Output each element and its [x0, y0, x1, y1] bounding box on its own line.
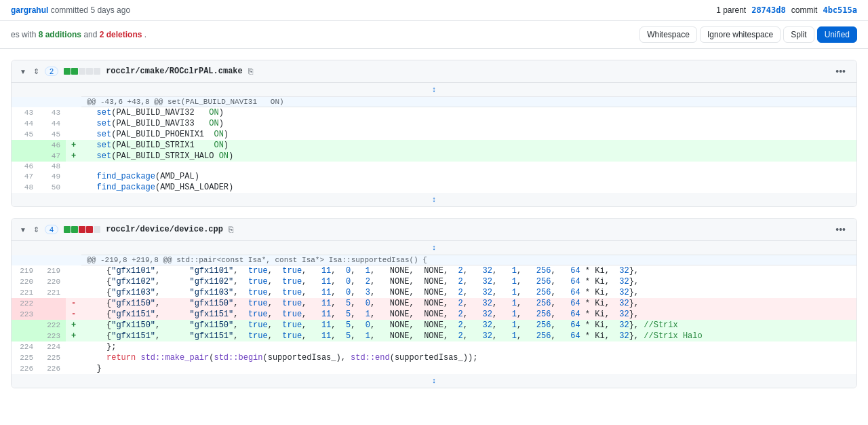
file-options-button-2[interactable]: •••: [833, 224, 848, 235]
expand-arrows-icon-2[interactable]: ⇕: [33, 225, 39, 234]
new-line-num: 49: [39, 171, 66, 182]
table-row: 223 - {"gfx1151", "gfx1151", true, true,…: [12, 309, 856, 320]
new-line-num: 222: [39, 320, 66, 331]
line-content: [81, 162, 856, 171]
new-line-num: 45: [39, 129, 66, 140]
expand-icon-top-2[interactable]: ↕: [12, 241, 856, 255]
line-content: set(PAL_BUILD_STRIX1 ON): [81, 140, 856, 151]
table-row: 221 221 {"gfx1103", "gfx1103", true, tru…: [12, 287, 856, 298]
commit-label: commit: [791, 5, 818, 15]
file-header-left-2: ▼ ⇕ 4 rocclr/device/device.cpp ⎘: [20, 225, 233, 234]
line-content: set(PAL_BUILD_NAVI32 ON): [81, 107, 856, 119]
table-row: 47 49 find_package(AMD_PAL): [12, 171, 856, 182]
diff-stat-block-1-4: [86, 68, 93, 75]
expand-icon-top-1[interactable]: ↕: [12, 83, 856, 97]
file-block-1: ▼ ⇕ 2 rocclr/cmake/ROCclrPAL.cmake ⎘ •••: [11, 60, 857, 207]
new-line-num: 43: [39, 107, 66, 119]
view-toggle: Whitespace Ignore whitespace Split Unifi…: [639, 26, 857, 43]
line-sign: +: [66, 151, 81, 162]
file-path-1: rocclr/cmake/ROCclrPAL.cmake: [106, 67, 243, 76]
new-line-num: [39, 298, 66, 309]
hunk-info-1: @@ -43,6 +43,8 @@ set(PAL_BUILD_NAVI31 O…: [81, 97, 856, 107]
commit-info: gargrahul committed 5 days ago: [11, 5, 130, 15]
table-row: 222 + {"gfx1150", "gfx1150", true, true,…: [12, 320, 856, 331]
split-button[interactable]: Split: [783, 26, 814, 43]
line-content: };: [81, 341, 856, 352]
copy-path-icon-1[interactable]: ⎘: [248, 67, 253, 76]
old-line-num: 226: [12, 363, 39, 374]
new-line-num: 223: [39, 331, 66, 341]
line-content: find_package(AMD_HSA_LOADER): [81, 182, 856, 193]
new-line-num: 48: [39, 162, 66, 171]
expand-icon-bottom-2[interactable]: ↕: [12, 374, 856, 388]
new-line-num: [39, 309, 66, 320]
line-content: find_package(AMD_PAL): [81, 171, 856, 182]
file-header-1: ▼ ⇕ 2 rocclr/cmake/ROCclrPAL.cmake ⎘ •••: [12, 60, 856, 83]
diff-stat-block-2-5: [94, 226, 100, 233]
line-content: {"gfx1151", "gfx1151", true, true, 11, 5…: [81, 331, 856, 341]
diff-stat-block-1-2: [71, 68, 78, 75]
commit-author[interactable]: gargrahul: [11, 5, 48, 15]
table-row: 224 224 };: [12, 341, 856, 352]
line-content: set(PAL_BUILD_STRIX_HALO ON): [81, 151, 856, 162]
parent-hash[interactable]: 28743d8: [751, 5, 786, 15]
expand-icon-bottom-1[interactable]: ↕: [12, 193, 856, 206]
diff-count-badge-2: 4: [45, 225, 58, 234]
copy-path-icon-2[interactable]: ⎘: [229, 225, 233, 234]
expand-row-bottom-2[interactable]: ↕: [12, 374, 856, 388]
hunk-header-row-1: @@ -43,6 +43,8 @@ set(PAL_BUILD_NAVI31 O…: [12, 97, 856, 107]
file-options-button-1[interactable]: •••: [833, 66, 848, 77]
hunk-sign-2: [66, 255, 81, 265]
deletions-count: 2 deletions: [100, 30, 142, 39]
line-sign: [66, 129, 81, 140]
line-content: {"gfx1150", "gfx1150", true, true, 11, 5…: [81, 298, 856, 309]
line-content: {"gfx1101", "gfx1101", true, true, 11, 0…: [81, 265, 856, 277]
stats-bar: es with 8 additions and 2 deletions . Wh…: [0, 21, 868, 49]
table-row: 44 44 set(PAL_BUILD_NAVI33 ON): [12, 118, 856, 129]
expand-row-top-1[interactable]: ↕: [12, 83, 856, 97]
hunk-header-row-2: @@ -219,8 +219,8 @@ std::pair<const Isa*…: [12, 255, 856, 265]
unified-button[interactable]: Unified: [817, 26, 857, 43]
file-header-right-2: •••: [833, 224, 848, 235]
commit-hash[interactable]: 4bc515a: [823, 5, 857, 15]
hunk-info-2: @@ -219,8 +219,8 @@ std::pair<const Isa*…: [81, 255, 856, 265]
collapse-icon-1[interactable]: ▼: [20, 68, 28, 75]
expand-row-top-2[interactable]: ↕: [12, 241, 856, 255]
line-content: set(PAL_BUILD_PHOENIX1 ON): [81, 129, 856, 140]
stats-text: es with: [11, 30, 39, 39]
new-line-num: 225: [39, 352, 66, 363]
ignore-whitespace-button[interactable]: Ignore whitespace: [700, 26, 781, 43]
hunk-old-num-2: [12, 255, 39, 265]
old-line-num: 223: [12, 309, 39, 320]
line-content: {"gfx1151", "gfx1151", true, true, 11, 5…: [81, 309, 856, 320]
hunk-old-num-1: [12, 97, 39, 107]
diff-stat-block-1-3: [79, 68, 85, 75]
whitespace-button[interactable]: Whitespace: [639, 26, 697, 43]
line-content: }: [81, 363, 856, 374]
file-block-2: ▼ ⇕ 4 rocclr/device/device.cpp ⎘ •••: [11, 218, 857, 388]
table-row: 220 220 {"gfx1102", "gfx1102", true, tru…: [12, 276, 856, 287]
line-sign: [66, 265, 81, 277]
diff-stat-block-2-4: [86, 226, 93, 233]
diff-count-badge-1: 2: [45, 67, 58, 76]
collapse-icon-2[interactable]: ▼: [20, 226, 28, 234]
old-line-num: 44: [12, 118, 39, 129]
line-sign: +: [66, 331, 81, 341]
expand-arrows-icon-1[interactable]: ⇕: [33, 67, 39, 76]
line-content: set(PAL_BUILD_NAVI33 ON): [81, 118, 856, 129]
stats-period: .: [144, 30, 146, 39]
commit-time: 5 days ago: [90, 5, 130, 15]
new-line-num: 44: [39, 118, 66, 129]
table-row: 43 43 set(PAL_BUILD_NAVI32 ON): [12, 107, 856, 119]
new-line-num: 219: [39, 265, 66, 277]
diff-table-1: ↕ @@ -43,6 +43,8 @@ set(PAL_BUILD_NAVI31…: [12, 83, 856, 206]
stats-and: and: [83, 30, 99, 39]
commit-header: gargrahul committed 5 days ago 1 parent …: [0, 0, 868, 21]
old-line-num: 45: [12, 129, 39, 140]
parent-label: 1 parent: [716, 5, 746, 15]
expand-row-bottom-1[interactable]: ↕: [12, 193, 856, 206]
line-sign: [66, 182, 81, 193]
line-sign: [66, 352, 81, 363]
old-line-num: [12, 320, 39, 331]
new-line-num: 221: [39, 287, 66, 298]
